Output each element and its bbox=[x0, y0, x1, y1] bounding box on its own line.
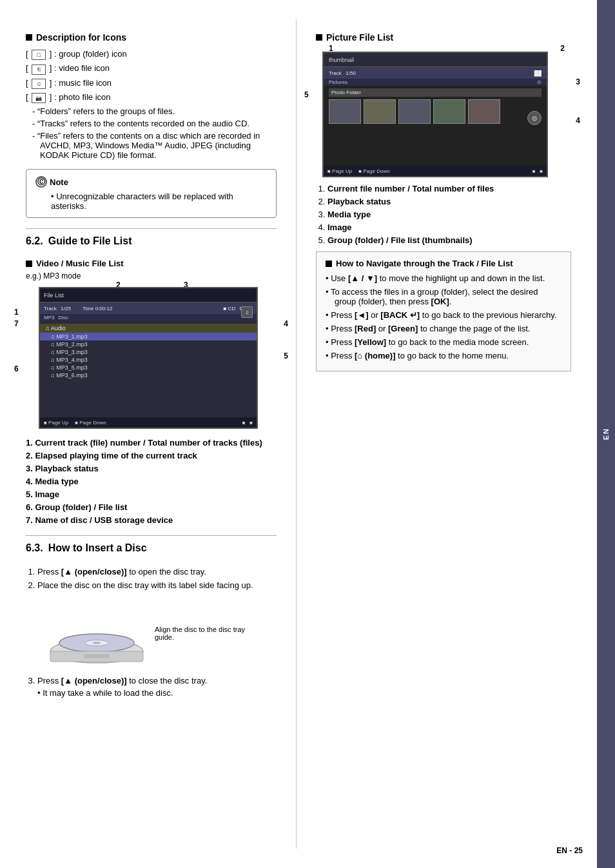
callout-item-4: 4. Media type bbox=[26, 477, 277, 486]
file-row-5: ♫ MP3_5.mp3 bbox=[40, 364, 257, 371]
nav-bullet-6: Press [⌂ (home)] to go back to the home … bbox=[326, 351, 561, 360]
section-63-header: 6.3. How to Insert a Disc bbox=[26, 542, 277, 560]
folder-icon: □ bbox=[32, 50, 46, 60]
screen-track-row: Track 1/25 Time 0:00:12 ■ CD DATA bbox=[40, 302, 257, 314]
video-music-subsection: Video / Music File List bbox=[26, 259, 277, 268]
file-row-4: ♫ MP3_4.mp3 bbox=[40, 356, 257, 364]
side-tab-text: EN bbox=[602, 428, 610, 440]
disc-svg bbox=[45, 597, 148, 669]
screen-footer: ■ Page Up ■ Page Down ■ ■ bbox=[40, 417, 257, 428]
navigate-header: How to Navigate through the Track / File… bbox=[326, 259, 561, 268]
bullet-icon bbox=[26, 34, 32, 41]
screen-right-icons: ♫ bbox=[241, 306, 253, 318]
bullet-icon-3 bbox=[316, 34, 322, 41]
section-62-number: 6.2. bbox=[26, 235, 43, 247]
disc-align-text: Align the disc to the disc tray guide. bbox=[155, 626, 245, 641]
callout-pic-2: 2 bbox=[560, 44, 565, 53]
note-title: Note bbox=[50, 177, 68, 187]
callout-item-3: 3. Playback status bbox=[26, 464, 277, 473]
navigate-bullets: Use [▲ / ▼] to move the highlight up and… bbox=[326, 273, 561, 360]
thumbnail-1 bbox=[329, 99, 361, 124]
callout-list: 1. Current track (file) number / Total n… bbox=[26, 438, 277, 525]
bullet-icon-2 bbox=[26, 261, 32, 267]
dash-files: - “Files” refers to the contents on a di… bbox=[32, 131, 277, 160]
time-info: Time 0:00:12 bbox=[83, 306, 112, 311]
screen-container: 2 3 File List Track 1/25 Time 0:00:12 ■ … bbox=[26, 287, 277, 429]
callout-item-1: 1. Current track (file) number / Total n… bbox=[26, 438, 277, 448]
pic-right-icon: ⊙ bbox=[527, 111, 542, 125]
note-header: Ⓒ Note bbox=[35, 176, 267, 188]
note-text: • Unrecognizable characters will be repl… bbox=[51, 192, 267, 211]
pic-callout-3: Media type bbox=[327, 210, 571, 219]
left-column: Description for Icons [ □ ] : group (fol… bbox=[0, 19, 297, 849]
nav-bullet-1: Use [▲ / ▼] to move the highlight up and… bbox=[326, 273, 561, 283]
thumbnail-5 bbox=[468, 99, 500, 124]
screen-music-icon: ♫ bbox=[241, 306, 253, 318]
callout-pic-3: 3 bbox=[576, 77, 580, 86]
eg-label: e.g.) MP3 mode bbox=[26, 271, 277, 281]
pic-type-pictures: Pictures bbox=[329, 79, 347, 85]
callout-item-7: 7. Name of disc / USB storage device bbox=[26, 515, 277, 525]
thumbnail-2 bbox=[364, 99, 396, 124]
pic-footer-right: ■ ■ bbox=[532, 168, 543, 174]
pic-track-row: Track 1/50 ██ bbox=[324, 67, 547, 79]
pic-scrollbar: ██ bbox=[534, 70, 542, 76]
video-icon-line: [ ⎗ ] : video file icon bbox=[26, 63, 277, 75]
pic-photo-folder: Photo Folder bbox=[329, 88, 542, 97]
insert-disc-steps: Press [▲ (open/close)] to open the disc … bbox=[37, 567, 277, 590]
navigate-box: How to Navigate through the Track / File… bbox=[316, 252, 571, 371]
insert-disc-step3-list: Press [▲ (open/close)] to close the disc… bbox=[37, 676, 277, 698]
pic-circle-icon: ⊙ bbox=[527, 111, 542, 125]
file-row-1: ♫ MP3_1.mp3 bbox=[40, 333, 257, 340]
disc-type-mp3: MP3 bbox=[44, 315, 54, 321]
pic-screen-top: thumbnail bbox=[324, 53, 547, 67]
svg-point-3 bbox=[93, 642, 101, 644]
picture-file-title: Picture File List bbox=[326, 32, 393, 43]
file-row-2: ♫ MP3_2.mp3 bbox=[40, 340, 257, 348]
screen-file-content: ♫ Audio ♫ MP3_1.mp3 ♫ MP3_2.mp3 ♫ MP3_3.… bbox=[40, 321, 257, 382]
callout-item-5: 5. Image bbox=[26, 489, 277, 499]
right-column: Picture File List 1 2 5 thumbnail Track … bbox=[297, 19, 597, 849]
insert-step-2: Place the disc on the disc tray with its… bbox=[37, 580, 277, 590]
nav-bullet-5: Press [Yellow] to go back to the media m… bbox=[326, 337, 561, 347]
nav-bullet-4: Press [Red] or [Green] to change the pag… bbox=[326, 324, 561, 333]
divider-1 bbox=[26, 228, 277, 229]
picture-callout-list: Current file number / Total number of fi… bbox=[327, 184, 571, 245]
callout-6-left: 6 bbox=[14, 364, 19, 373]
dash-folders: - “Folders” refers to the groups of file… bbox=[32, 106, 277, 116]
callout-1-left: 1 bbox=[14, 308, 19, 317]
music-icon-line: [ ♫ ] : music file icon bbox=[26, 78, 277, 89]
icons-section-title: Description for Icons bbox=[36, 32, 126, 43]
pic-thumbnail-label: thumbnail bbox=[329, 57, 354, 63]
video-music-label: Video / Music File List bbox=[36, 259, 124, 268]
video-file-icon: ⎗ bbox=[32, 64, 46, 75]
pic-screen-footer: ■ Page Up ■ Page Down ■ ■ bbox=[324, 166, 547, 176]
svg-rect-5 bbox=[84, 655, 110, 658]
dash-tracks: - “Tracks” refers to the contents record… bbox=[32, 119, 277, 128]
photo-file-icon: 📷 bbox=[32, 93, 46, 103]
folder-icon-line: [ □ ] : group (folder) icon bbox=[26, 49, 277, 60]
screen-header: File List bbox=[40, 288, 257, 302]
pic-callout-1: Current file number / Total number of fi… bbox=[327, 184, 571, 193]
bullet-icon-4 bbox=[326, 261, 332, 267]
callout-item-2: 2. Elapsed playing time of the current t… bbox=[26, 451, 277, 460]
step3-bullet-1: • It may take a while to load the disc. bbox=[37, 688, 277, 698]
picture-screen-container: 1 2 5 thumbnail Track 1/50 ██ Pictures ⊙ bbox=[316, 52, 571, 177]
thumbnail-3 bbox=[398, 99, 431, 124]
callout-7-left: 7 bbox=[14, 319, 19, 328]
note-box: Ⓒ Note • Unrecognizable characters will … bbox=[26, 169, 277, 218]
picture-file-section-header: Picture File List bbox=[316, 32, 571, 43]
callout-pic-5: 5 bbox=[304, 90, 309, 99]
page-number: EN - 25 bbox=[556, 846, 583, 855]
footer-page-up: ■ Page Up bbox=[44, 420, 68, 426]
nav-bullet-2: To access the files in a group (folder),… bbox=[326, 287, 561, 306]
divider-2 bbox=[26, 535, 277, 536]
callout-4-right: 4 bbox=[284, 319, 288, 328]
navigate-title: How to Navigate through the Track / File… bbox=[336, 259, 512, 268]
disc-type-row: MP3 Disc bbox=[40, 314, 257, 321]
pic-footer-pageup: ■ Page Up bbox=[327, 168, 352, 174]
pic-callout-4: Image bbox=[327, 222, 571, 232]
callout-5-right: 5 bbox=[284, 351, 288, 360]
screen-header-label: File List bbox=[44, 292, 64, 299]
pic-callout-2: Playback status bbox=[327, 197, 571, 206]
